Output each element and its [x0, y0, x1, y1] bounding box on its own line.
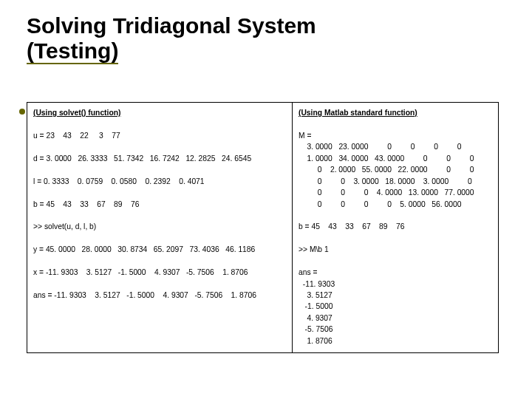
content-table: (Using solvet() function) u = 23 43 22 3… — [27, 102, 499, 353]
left-panel: (Using solvet() function) u = 23 43 22 3… — [27, 103, 293, 353]
right-body: M = 3. 0000 23. 0000 0 0 0 0 1. 0000 34.… — [299, 132, 474, 345]
title-line-1: Solving Tridiagonal System — [27, 13, 316, 38]
right-panel: (Using Matlab standard function) M = 3. … — [293, 103, 499, 353]
slide-title: Solving Tridiagonal System (Testing) — [27, 13, 316, 64]
left-heading: (Using solvet() function) — [33, 109, 120, 117]
left-body: u = 23 43 22 3 77 d = 3. 0000 26. 3333 5… — [33, 132, 256, 299]
bullet-icon — [19, 109, 25, 115]
title-line-2-text: (Testing) — [27, 38, 118, 65]
right-heading: (Using Matlab standard function) — [299, 109, 417, 117]
slide: Solving Tridiagonal System (Testing) (Us… — [0, 0, 532, 399]
title-line-2: (Testing) — [27, 38, 316, 65]
